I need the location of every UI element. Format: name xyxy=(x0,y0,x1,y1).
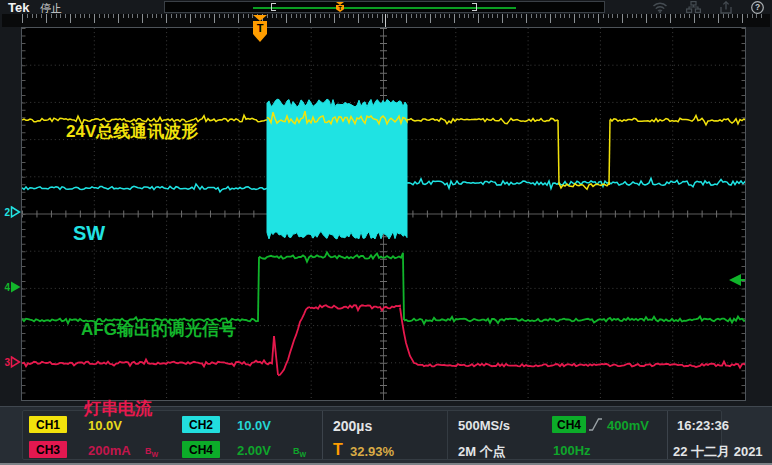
horizontal-position-ruler[interactable] xyxy=(2,14,770,27)
overview-trigger-marker-label: T xyxy=(336,5,344,12)
trace-label-ch1: 24V总线通讯波形 xyxy=(66,120,198,143)
wifi-icon[interactable] xyxy=(652,1,668,13)
channel4-ground-marker[interactable]: 4 xyxy=(2,280,22,294)
export-icon[interactable] xyxy=(719,1,733,14)
ch2-scale[interactable]: 10.0V xyxy=(237,418,271,433)
overview-trigger-marker-tip xyxy=(336,2,344,5)
ch4-badge[interactable]: CH4 xyxy=(182,441,220,458)
ch4-bandwidth-limit-icon: BW xyxy=(293,446,306,458)
ch3-bandwidth-limit-icon: BW xyxy=(145,446,158,458)
overview-window-left-bracket[interactable] xyxy=(271,3,276,11)
channel2-marker-number: 2 xyxy=(2,207,10,218)
channel3-marker-arrow xyxy=(10,355,21,369)
channel2-ground-marker[interactable]: 2 xyxy=(2,205,22,219)
waveform-display[interactable]: 24V总线通讯波形 SW AFG输出的调光信号 灯串电流 xyxy=(21,27,746,401)
ch3-badge[interactable]: CH3 xyxy=(29,441,67,458)
trigger-source-badge[interactable]: CH4 xyxy=(552,416,586,433)
help-icon[interactable]: ? xyxy=(751,1,764,14)
trigger-flag-label: T xyxy=(253,21,267,42)
ch3-scale[interactable]: 200mA xyxy=(88,443,131,458)
waveform-canvas xyxy=(22,28,745,400)
overview-window-right-bracket[interactable] xyxy=(472,3,477,11)
trace-label-ch2: SW xyxy=(73,222,105,245)
status-divider-1 xyxy=(322,411,323,459)
trigger-position-readout[interactable]: 32.93% xyxy=(350,444,394,459)
clock-time: 16:23:36 xyxy=(677,418,729,433)
ch4-scale[interactable]: 2.00V xyxy=(237,443,271,458)
status-divider-3 xyxy=(667,411,668,459)
channel3-marker-number: 3 xyxy=(2,357,10,368)
sample-rate-readout: 500MS/s xyxy=(458,418,510,433)
ch2-badge[interactable]: CH2 xyxy=(182,416,220,433)
network-icon[interactable] xyxy=(686,1,701,13)
channel2-marker-arrow xyxy=(10,205,21,219)
tek-logo: Tek xyxy=(8,0,29,15)
trigger-t-glyph: T xyxy=(333,441,343,459)
expansion-point-marker xyxy=(385,14,386,27)
clock-date: 22 十二月 2021 xyxy=(673,443,763,461)
oscilloscope-screen: Tek 停止 T xyxy=(0,0,772,465)
record-overview-bar[interactable]: T xyxy=(164,1,605,13)
ch1-badge[interactable]: CH1 xyxy=(29,416,67,433)
trace-label-ch3: 灯串电流 xyxy=(84,397,152,420)
status-divider-2 xyxy=(447,411,448,459)
trigger-position-flag[interactable]: T xyxy=(252,15,268,44)
channel4-marker-arrow xyxy=(10,280,21,294)
channel3-ground-marker[interactable]: 3 xyxy=(2,355,22,369)
trigger-flag-tip xyxy=(253,15,267,21)
ch1-scale[interactable]: 10.0V xyxy=(88,418,122,433)
trigger-slope-rising-icon xyxy=(588,417,603,432)
trace-label-ch4: AFG输出的调光信号 xyxy=(81,318,236,341)
help-glyph: ? xyxy=(755,2,760,12)
overview-trigger-marker[interactable]: T xyxy=(335,2,345,12)
top-bar: Tek 停止 T xyxy=(0,0,772,14)
channel4-marker-number: 4 xyxy=(2,282,10,293)
timebase-readout[interactable]: 200µs xyxy=(333,418,372,434)
trigger-frequency-readout: 100Hz xyxy=(553,443,591,458)
record-length-readout: 2M 个点 xyxy=(458,443,506,461)
trigger-level-readout[interactable]: 400mV xyxy=(607,418,649,433)
